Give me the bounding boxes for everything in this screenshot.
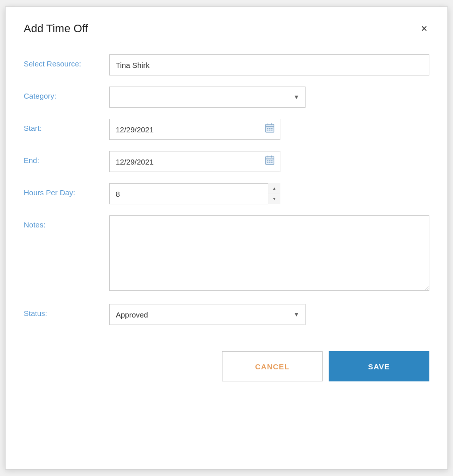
resource-control xyxy=(109,54,429,75)
dialog-footer: CANCEL SAVE xyxy=(24,351,429,381)
hours-input[interactable] xyxy=(109,183,280,204)
dialog-header: Add Time Off × xyxy=(24,21,429,36)
save-button[interactable]: SAVE xyxy=(329,351,429,381)
end-label: End: xyxy=(24,151,109,165)
hours-control: ▲ ▼ xyxy=(109,183,429,204)
category-control: Vacation Sick Personal Holiday ▼ xyxy=(109,87,429,108)
status-label: Status: xyxy=(24,304,109,318)
end-date-wrap xyxy=(109,151,280,172)
start-label: Start: xyxy=(24,119,109,132)
notes-textarea[interactable] xyxy=(109,215,429,291)
start-date-wrap xyxy=(109,119,280,140)
close-button[interactable]: × xyxy=(419,21,429,36)
add-time-off-dialog: Add Time Off × Select Resource: Category… xyxy=(5,7,448,469)
hours-row: Hours Per Day: ▲ ▼ xyxy=(24,183,429,204)
status-select-wrap: Approved Pending Rejected ▼ xyxy=(109,304,306,325)
notes-row: Notes: xyxy=(24,215,429,293)
status-row: Status: Approved Pending Rejected ▼ xyxy=(24,304,429,325)
notes-label: Notes: xyxy=(24,215,109,229)
hours-increment-button[interactable]: ▲ xyxy=(268,183,280,194)
start-control xyxy=(109,119,429,140)
start-row: Start: xyxy=(24,119,429,140)
category-select[interactable]: Vacation Sick Personal Holiday xyxy=(109,87,306,108)
notes-control xyxy=(109,215,429,293)
category-row: Category: Vacation Sick Personal Holiday… xyxy=(24,87,429,108)
status-control: Approved Pending Rejected ▼ xyxy=(109,304,429,325)
category-select-wrap: Vacation Sick Personal Holiday ▼ xyxy=(109,87,306,108)
category-label: Category: xyxy=(24,87,109,100)
hours-label: Hours Per Day: xyxy=(24,183,109,197)
resource-input[interactable] xyxy=(109,54,429,75)
end-date-input[interactable] xyxy=(109,151,280,172)
end-row: End: xyxy=(24,151,429,172)
cancel-button[interactable]: CANCEL xyxy=(222,351,323,381)
hours-decrement-button[interactable]: ▼ xyxy=(268,194,280,205)
dialog-title: Add Time Off xyxy=(24,22,88,35)
start-date-input[interactable] xyxy=(109,119,280,140)
end-control xyxy=(109,151,429,172)
hours-spinner-buttons: ▲ ▼ xyxy=(268,183,280,204)
hours-spinner-wrap: ▲ ▼ xyxy=(109,183,280,204)
resource-label: Select Resource: xyxy=(24,54,109,68)
form-body: Select Resource: Category: Vacation Sick… xyxy=(24,54,429,336)
resource-row: Select Resource: xyxy=(24,54,429,75)
status-select[interactable]: Approved Pending Rejected xyxy=(109,304,306,325)
